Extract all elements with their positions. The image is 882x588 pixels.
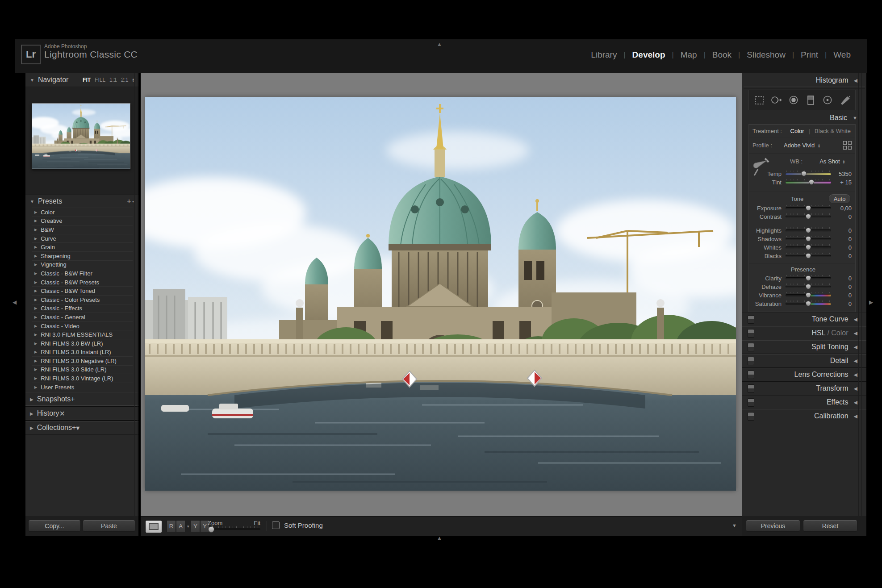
preset-group[interactable]: ▶Classic - Color Presets [32,295,133,304]
whites-slider-thumb[interactable] [806,245,811,250]
tone-curve-collapse-icon[interactable]: ◀ [854,317,857,322]
disclosure-right-icon[interactable]: ▶ [34,342,37,346]
blacks-slider-track[interactable] [786,255,831,257]
create-preset-icon[interactable]: + [127,197,131,206]
navigator-zoom-1:1[interactable]: 1:1 [109,77,117,83]
vibrance-slider-track[interactable] [786,294,831,296]
preset-group[interactable]: ▶RNI 3.0 FILM ESSENTIALS [32,330,133,339]
graduated-filter-icon[interactable] [803,92,818,108]
module-map[interactable]: Map [674,50,704,60]
exposure-value[interactable]: 0,00 [831,205,852,212]
effects-collapse-icon[interactable]: ◀ [854,400,857,405]
module-web[interactable]: Web [827,50,857,60]
preset-group[interactable]: ▶Classic - B&W Toned [32,286,133,295]
tone-curve-enable-toggle[interactable] [748,315,754,324]
clear-history-icon[interactable]: ✕ [59,409,65,418]
preset-group[interactable]: ▶Classic - General [32,313,133,321]
right-panel-scrollbar[interactable] [858,73,862,516]
panel-section-transform[interactable]: Transform◀ [742,381,866,395]
transform-collapse-icon[interactable]: ◀ [854,386,857,392]
module-library[interactable]: Library [584,50,623,60]
disclosure-right-icon[interactable]: ▶ [34,271,37,275]
disclosure-right-icon[interactable]: ▶ [34,210,37,214]
histogram-collapse-icon[interactable]: ◀ [854,78,857,83]
navigator-zoom-stepper-icon[interactable]: ▴▾ [132,78,134,82]
radial-filter-icon[interactable] [820,92,835,108]
profile-browser-icon[interactable] [843,141,852,150]
shadows-slider-thumb[interactable] [806,236,811,242]
shadows-slider-track[interactable] [786,238,831,240]
panel-section-split-toning[interactable]: Split Toning◀ [742,340,866,354]
disclosure-right-icon[interactable]: ▶ [34,298,37,302]
contrast-value[interactable]: 0 [831,213,852,220]
preset-group[interactable]: ▶RNI FILMS 3.0 Vintage (LR) [32,374,133,383]
transform-enable-toggle[interactable] [748,384,754,393]
snapshots-header[interactable]: ▶Snapshots+ [25,392,138,406]
temp-value[interactable]: 5350 [831,171,852,177]
preset-group[interactable]: ▶Color [32,208,133,217]
detail-collapse-icon[interactable]: ◀ [854,358,857,364]
clarity-slider-track[interactable] [786,277,831,279]
fit-label[interactable]: Fit [254,520,260,526]
treatment-color-option[interactable]: Color [790,128,804,134]
whites-slider-track[interactable] [786,246,831,249]
disclosure-right-icon[interactable]: ▶ [34,324,37,328]
disclosure-right-icon[interactable]: ▶ [30,397,33,402]
vibrance-slider-thumb[interactable] [806,292,811,298]
disclosure-right-icon[interactable]: ▶ [34,359,37,363]
disclosure-right-icon[interactable]: ▶ [34,385,37,389]
dehaze-value[interactable]: 0 [831,284,852,290]
saturation-value[interactable]: 0 [831,300,852,307]
panel-section-hsl[interactable]: HSL / Color◀ [742,326,866,340]
module-print[interactable]: Print [794,50,825,60]
wb-stepper-icon[interactable]: ▴▾ [843,159,845,164]
shadows-value[interactable]: 0 [831,236,852,242]
wb-select[interactable]: As Shot [819,158,840,165]
preset-group[interactable]: ▶Classic - Video [32,321,133,330]
clarity-slider-thumb[interactable] [806,275,811,281]
top-panel-toggle-icon[interactable]: ▲ [437,41,442,47]
hsl-enable-toggle[interactable] [748,329,754,338]
collections-header[interactable]: ▶Collections+▾ [25,421,138,435]
split-toning-enable-toggle[interactable] [748,343,754,351]
copy-button[interactable]: Copy... [28,520,81,532]
panel-section-detail[interactable]: Detail◀ [742,354,866,367]
disclosure-right-icon[interactable]: ▶ [30,411,33,416]
disclosure-right-icon[interactable]: ▶ [34,315,37,319]
dehaze-slider-track[interactable] [786,286,831,288]
module-slideshow[interactable]: Slideshow [740,50,792,60]
tint-slider-track[interactable] [786,181,831,183]
add-collections-icon[interactable]: + [72,424,76,432]
filmstrip-toggle-icon[interactable]: ▲ [437,535,442,541]
preset-group[interactable]: ▶B&W [32,225,133,234]
navigator-header[interactable]: ▼ Navigator FITFILL1:12:1▴▾ [25,73,138,87]
preset-group[interactable]: ▶RNI FILMS 3.0 Instant (LR) [32,348,133,357]
blacks-value[interactable]: 0 [831,253,852,259]
loupe-view-button[interactable] [145,520,162,533]
temp-slider-track[interactable] [786,173,831,175]
panel-section-lens-corrections[interactable]: Lens Corrections◀ [742,367,866,381]
zoom-slider-thumb[interactable] [208,526,214,533]
menu-caret-icon[interactable]: ▾ [76,424,79,432]
disclosure-down-icon[interactable]: ▼ [30,78,34,83]
disclosure-right-icon[interactable]: ▶ [34,367,37,371]
lens-corrections-collapse-icon[interactable]: ◀ [854,372,857,378]
left-panel-scrollbar[interactable] [134,73,138,516]
basic-expand-icon[interactable]: ▼ [853,115,857,121]
exposure-slider-thumb[interactable] [806,205,811,211]
calibration-enable-toggle[interactable] [748,412,754,421]
profile-select[interactable]: Adobe Vivid [784,142,815,149]
preset-group[interactable]: ▶Classic - B&W Presets [32,278,133,287]
add-snapshots-icon[interactable]: + [71,395,75,403]
disclosure-right-icon[interactable]: ▶ [30,425,33,430]
disclosure-right-icon[interactable]: ▶ [34,254,37,258]
toolbar-options-caret-icon[interactable]: ▼ [732,523,737,528]
effects-enable-toggle[interactable] [748,398,754,407]
split-toning-collapse-icon[interactable]: ◀ [854,344,857,350]
histogram-header[interactable]: Histogram ◀ [742,74,866,87]
vibrance-value[interactable]: 0 [831,292,852,299]
history-header[interactable]: ▶History✕ [25,406,138,421]
disclosure-right-icon[interactable]: ▶ [34,333,37,337]
before-after-caret-icon[interactable]: ▾ [187,524,189,529]
profile-stepper-icon[interactable]: ▴▾ [818,143,820,148]
